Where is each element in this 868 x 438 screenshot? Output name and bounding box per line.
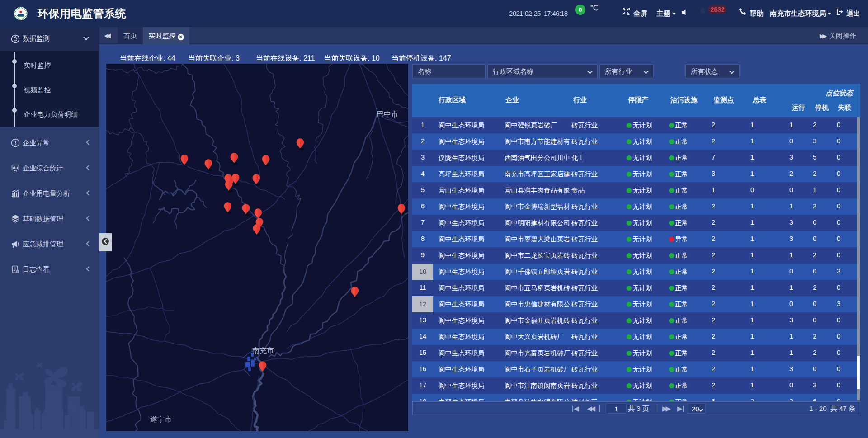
svg-text:巴中市: 巴中市 (377, 110, 398, 118)
svg-text:南充市: 南充市 (252, 347, 274, 354)
svg-text:遂宁市: 遂宁市 (150, 415, 172, 423)
